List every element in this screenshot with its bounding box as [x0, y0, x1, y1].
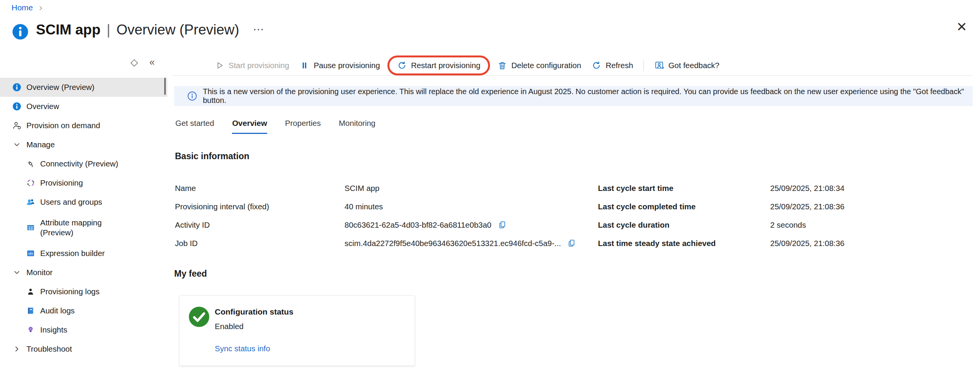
code-icon: </> [26, 249, 35, 258]
sidebar-item-overview[interactable]: Overview [0, 97, 167, 116]
restart-icon [397, 60, 407, 70]
person-log-icon [26, 287, 35, 296]
field-label: Last time steady state achieved [598, 239, 770, 248]
page-title: SCIM app | Overview (Preview) [36, 22, 239, 38]
configuration-status-card: Configuration status Enabled Sync status… [179, 295, 415, 366]
app-name: SCIM app [36, 22, 101, 38]
field-label: Job ID [175, 239, 345, 248]
info-icon [12, 83, 21, 92]
plug-icon [26, 159, 35, 168]
basic-information-heading: Basic information [175, 151, 249, 161]
tab-properties[interactable]: Properties [285, 119, 321, 134]
sidebar-item-insights[interactable]: Insights [0, 320, 167, 339]
book-icon [26, 306, 35, 315]
table-icon [26, 223, 35, 232]
card-title: Configuration status [215, 307, 293, 316]
start-provisioning-button[interactable]: Start provisioning [214, 60, 289, 70]
page-name: Overview (Preview) [116, 22, 239, 38]
pause-icon [299, 60, 309, 70]
collapse-sidebar-icon[interactable]: « [149, 57, 155, 67]
info-outline-icon [187, 91, 197, 101]
lightbulb-icon [26, 325, 35, 334]
field-label: Last cycle duration [598, 220, 770, 230]
restart-provisioning-button[interactable]: Restart provisioning [387, 55, 490, 75]
field-label: Last cycle completed time [598, 202, 770, 211]
sidebar-group-troubleshoot[interactable]: Troubleshoot [0, 339, 167, 359]
sidebar-item-provisioning[interactable]: Provisioning [0, 173, 167, 192]
tab-get-started[interactable]: Get started [175, 119, 214, 134]
field-label: Activity ID [175, 220, 345, 230]
delete-configuration-button[interactable]: Delete configuration [497, 60, 581, 70]
info-icon [11, 23, 29, 41]
sidebar-tools: ◇ « [131, 57, 155, 67]
feedback-icon [654, 60, 664, 70]
field-label: Provisioning interval (fixed) [175, 202, 345, 211]
field-value: 25/09/2025, 21:08:34 [770, 184, 844, 193]
copy-icon[interactable] [498, 220, 507, 230]
sidebar-item-users-and-groups[interactable]: Users and groups [0, 192, 167, 212]
basic-info-left-column: Name SCIM app Provisioning interval (fix… [175, 179, 576, 253]
sidebar-group-monitor[interactable]: Monitor [0, 263, 167, 282]
field-label: Name [175, 184, 345, 193]
sidebar-item-provisioning-logs[interactable]: Provisioning logs [0, 282, 167, 301]
content-divider [172, 75, 972, 76]
sidebar-scrollbar[interactable] [164, 78, 166, 95]
check-circle-icon [188, 306, 210, 328]
basic-info-right-column: Last cycle start time 25/09/2025, 21:08:… [598, 179, 844, 253]
chevron-down-icon [12, 140, 21, 149]
tab-bar: Get started Overview Properties Monitori… [175, 119, 376, 134]
svg-text:</>: </> [28, 252, 33, 256]
info-icon [12, 102, 21, 111]
person-sync-icon [12, 121, 21, 130]
field-value: 25/09/2025, 21:08:36 [770, 202, 844, 211]
sidebar-item-provision-on-demand[interactable]: Provision on demand [0, 116, 167, 135]
toolbar-divider [644, 60, 644, 71]
sidebar: Overview (Preview) Overview Provision on… [0, 78, 167, 359]
sidebar-item-expression-builder[interactable]: </> Expression builder [0, 244, 167, 263]
field-value: 40 minutes [345, 202, 576, 211]
title-separator: | [107, 22, 111, 38]
pause-provisioning-button[interactable]: Pause provisioning [299, 60, 380, 70]
refresh-button[interactable]: Refresh [591, 60, 633, 70]
field-value: 2 seconds [770, 220, 844, 230]
sidebar-item-connectivity[interactable]: Connectivity (Preview) [0, 154, 167, 173]
tab-monitoring[interactable]: Monitoring [339, 119, 376, 134]
sync-status-info-link[interactable]: Sync status info [215, 344, 270, 353]
my-feed-heading: My feed [174, 269, 207, 279]
status-value: Enabled [215, 322, 243, 331]
breadcrumb-home-link[interactable]: Home [11, 3, 33, 12]
sidebar-item-attribute-mapping[interactable]: Attribute mapping (Preview) [0, 212, 167, 244]
chevron-down-icon [12, 268, 21, 277]
users-icon [26, 197, 35, 207]
field-value: SCIM app [345, 184, 576, 193]
trash-icon [497, 60, 507, 70]
field-value: 80c63621-62a5-4d03-bf82-6a6811e0b3a0 [345, 220, 576, 230]
copy-icon[interactable] [567, 239, 576, 248]
close-icon[interactable]: ✕ [956, 19, 967, 34]
sync-colored-icon [26, 178, 35, 188]
sidebar-item-audit-logs[interactable]: Audit logs [0, 301, 167, 320]
banner-text: This is a new version of the provisionin… [203, 87, 973, 105]
chevron-right-icon [12, 344, 21, 354]
breadcrumb-chevron-icon [38, 5, 44, 11]
sidebar-item-overview-preview[interactable]: Overview (Preview) [0, 78, 167, 97]
sidebar-group-manage[interactable]: Manage [0, 135, 167, 154]
play-icon [214, 60, 224, 70]
command-bar: Start provisioning Pause provisioning Re… [214, 55, 719, 76]
tab-overview[interactable]: Overview [232, 119, 267, 134]
more-options-button[interactable]: … [253, 20, 265, 33]
refresh-icon [591, 60, 601, 70]
breadcrumb: Home [11, 3, 44, 12]
resize-panel-icon[interactable]: ◇ [131, 57, 138, 67]
field-value: scim.4da2272f9f5e40be963463620e513321.ec… [345, 239, 576, 248]
got-feedback-button[interactable]: Got feedback? [654, 60, 719, 70]
info-banner: This is a new version of the provisionin… [174, 86, 973, 106]
field-label: Last cycle start time [598, 184, 770, 193]
field-value: 25/09/2025, 21:08:36 [770, 239, 844, 248]
